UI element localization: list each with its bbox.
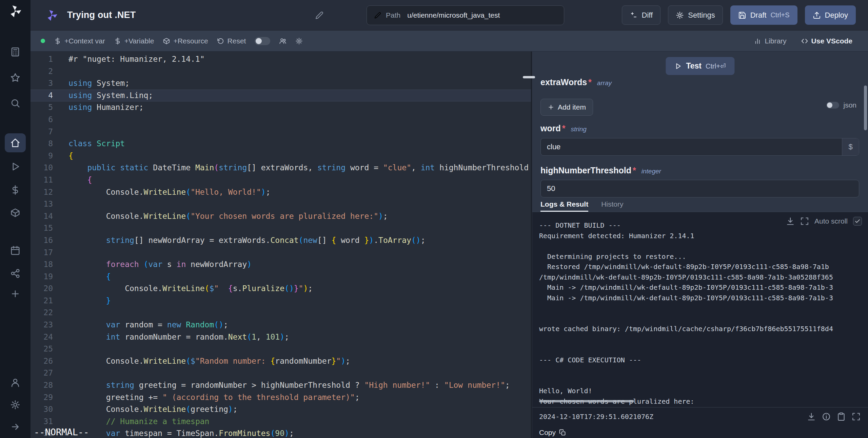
code-line[interactable]: 13 [31,198,531,210]
code-text[interactable]: int randomNumber = random.Next(1, 101); [68,331,531,343]
line-number[interactable]: 8 [31,138,68,150]
code-text[interactable] [68,126,531,138]
threshold-input[interactable] [541,180,859,197]
code-text[interactable]: Console.WriteLine($"Random number: {rand… [68,355,531,367]
code-line[interactable]: 11 { [31,174,531,186]
resources-icon[interactable] [0,208,31,218]
clipboard-icon[interactable] [837,412,846,421]
log-horizontal-scrollbar[interactable] [539,400,634,402]
code-text[interactable]: string greeting = randomNumber > highNum… [68,379,531,392]
line-number[interactable]: 16 [31,234,68,247]
code-line[interactable]: 22 [31,307,531,319]
code-line[interactable]: 16 string[] newWordArray = extraWords.Co… [31,234,531,247]
line-number[interactable]: 13 [31,198,68,210]
line-number[interactable]: 12 [31,186,68,198]
line-number[interactable]: 18 [31,259,68,271]
line-number[interactable]: 30 [31,403,68,416]
line-number[interactable]: 11 [31,174,68,186]
code-line[interactable]: 10 public static DateTime Main(string[] … [31,162,531,174]
windmill-logo-icon[interactable] [0,4,31,18]
code-line[interactable]: 5using Humanizer; [31,101,531,114]
code-line[interactable]: 21 } [31,295,531,307]
code-line[interactable]: 28 string greeting = randomNumber > high… [31,379,531,392]
expand-icon[interactable] [852,412,861,421]
code-text[interactable]: Console.WriteLine($" {s.Pluralize()}"); [68,283,531,295]
expand-icon[interactable] [800,217,809,226]
code-text[interactable] [68,343,531,355]
code-line[interactable]: 2 [31,65,531,78]
code-text[interactable]: greeting += " (according to the threshol… [68,392,531,404]
code-text[interactable]: { [68,271,531,283]
add-icon[interactable] [0,289,31,299]
code-line[interactable]: 24 int randomNumber = random.Next(1, 101… [31,331,531,343]
code-line[interactable]: 27 [31,367,531,379]
code-text[interactable]: public static DateTime Main(string[] ext… [68,162,531,174]
code-text[interactable]: // Humanize a timespan [68,416,531,428]
code-text[interactable] [68,114,531,126]
line-number[interactable]: 14 [31,210,68,223]
add-context-var-button[interactable]: +Context var [54,37,105,45]
line-number[interactable]: 29 [31,392,68,404]
line-number[interactable]: 6 [31,114,68,126]
line-number[interactable]: 10 [31,162,68,174]
settings-icon[interactable] [0,400,31,410]
code-text[interactable] [68,367,531,379]
code-text[interactable]: var random = new Random(); [68,319,531,331]
line-number[interactable]: 21 [31,295,68,307]
code-text[interactable]: string[] newWordArray = extraWords.Conca… [68,234,531,247]
code-line[interactable]: 32 var timespan = TimeSpan.FromMinutes(9… [31,427,531,438]
code-line[interactable]: 4using System.Linq; [31,90,531,102]
code-line[interactable]: 14 Console.WriteLine("Your chosen words … [31,210,531,223]
line-number[interactable]: 26 [31,355,68,367]
line-number[interactable]: 1 [31,53,68,65]
editor-settings-gear-icon[interactable] [295,37,303,45]
code-text[interactable] [68,222,531,234]
code-line[interactable]: 29 greeting += " (according to the thres… [31,392,531,404]
code-text[interactable]: } [68,295,531,307]
add-item-button[interactable]: Add item [540,99,593,116]
code-line[interactable]: 15 [31,222,531,234]
code-line[interactable]: 30 Console.WriteLine(greeting); [31,403,531,416]
line-number[interactable]: 27 [31,367,68,379]
code-line[interactable]: 19 { [31,271,531,283]
line-number[interactable]: 7 [31,126,68,138]
use-vscode-button[interactable]: Use VScode [801,37,852,45]
path-field[interactable]: Path u/etienne/microsoft_java_test [367,5,564,25]
draft-button[interactable]: Draft Ctrl+S [730,5,797,25]
diff-button[interactable]: Diff [622,5,661,25]
download-icon[interactable] [807,412,816,421]
search-icon[interactable] [0,98,31,108]
code-text[interactable] [68,247,531,259]
tab-logs-result[interactable]: Logs & Result [540,200,588,212]
account-icon[interactable] [0,378,31,388]
tab-history[interactable]: History [601,200,623,212]
code-line[interactable]: 7 [31,126,531,138]
schedules-icon[interactable] [0,245,31,255]
line-number[interactable]: 5 [31,101,68,114]
runs-icon[interactable] [0,161,31,172]
line-number[interactable]: 24 [31,331,68,343]
star-icon[interactable] [0,73,31,83]
edit-title-icon[interactable] [315,11,323,19]
code-line[interactable]: 3using System; [31,77,531,90]
code-text[interactable] [68,65,531,78]
code-line[interactable]: 23 var random = new Random(); [31,319,531,331]
code-line[interactable]: 12 Console.WriteLine("Hello, World!"); [31,186,531,198]
code-text[interactable]: { [68,174,531,186]
add-resource-button[interactable]: +Resource [163,37,208,45]
add-variable-button[interactable]: +Variable [114,37,154,45]
workflows-icon[interactable] [0,268,31,279]
line-number[interactable]: 25 [31,343,68,355]
autoscroll-checkbox[interactable] [853,217,862,226]
code-line[interactable]: 9{ [31,150,531,162]
line-number[interactable]: 20 [31,283,68,295]
code-editor[interactable]: 1#r "nuget: Humanizer, 2.14.1"2 3using S… [31,52,532,438]
line-number[interactable]: 19 [31,271,68,283]
info-icon[interactable] [822,412,831,421]
code-text[interactable]: Console.WriteLine("Hello, World!"); [68,186,531,198]
code-text[interactable] [68,198,531,210]
line-number[interactable]: 23 [31,319,68,331]
code-text[interactable]: Console.WriteLine(greeting); [68,403,531,416]
reset-button[interactable]: Reset [217,37,246,45]
code-text[interactable]: #r "nuget: Humanizer, 2.14.1" [68,53,531,65]
